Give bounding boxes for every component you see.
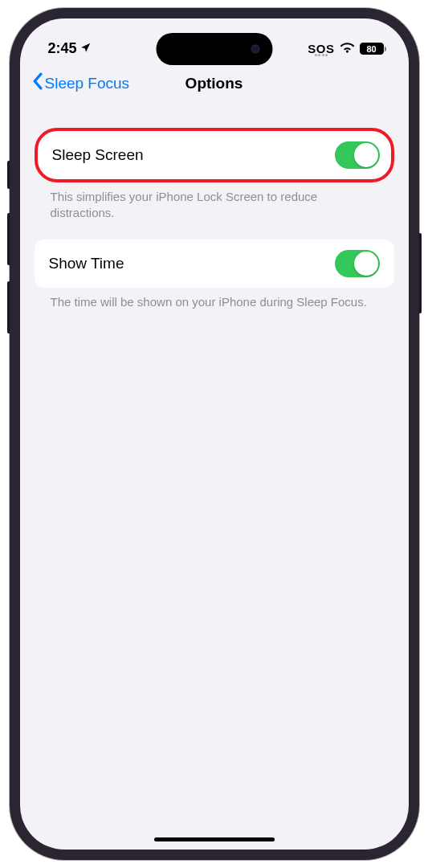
volume-up-button (7, 213, 10, 265)
battery-level: 80 (366, 44, 376, 54)
dynamic-island (156, 33, 272, 65)
navigation-bar: Sleep Focus Options (20, 63, 409, 105)
show-time-toggle[interactable] (335, 250, 380, 277)
back-button[interactable]: Sleep Focus (31, 72, 130, 94)
show-time-description: The time will be shown on your iPhone du… (35, 288, 394, 328)
volume-down-button (7, 281, 10, 334)
show-time-row[interactable]: Show Time (35, 240, 394, 288)
sos-indicator: SOS (308, 42, 334, 56)
sleep-screen-description: This simplifies your iPhone Lock Screen … (35, 182, 394, 240)
status-time: 2:45 (48, 40, 77, 57)
content-area: Sleep Screen This simplifies your iPhone… (20, 105, 409, 328)
sleep-screen-label: Sleep Screen (52, 146, 144, 164)
sleep-screen-row[interactable]: Sleep Screen (35, 128, 394, 182)
status-left: 2:45 (48, 40, 92, 57)
power-button (419, 233, 422, 313)
show-time-label: Show Time (49, 255, 124, 272)
page-title: Options (185, 75, 243, 92)
wifi-icon (340, 41, 355, 56)
status-right: SOS 80 (308, 41, 385, 56)
home-indicator[interactable] (154, 837, 275, 841)
location-icon (80, 40, 92, 57)
chevron-left-icon (31, 72, 43, 94)
battery-indicator: 80 (360, 43, 386, 55)
phone-frame: 2:45 SOS 80 (10, 8, 419, 860)
silent-switch (7, 161, 10, 189)
back-button-label: Sleep Focus (45, 75, 130, 92)
cellular-dots-icon (315, 54, 328, 56)
sleep-screen-toggle[interactable] (335, 141, 380, 169)
screen: 2:45 SOS 80 (20, 18, 409, 850)
